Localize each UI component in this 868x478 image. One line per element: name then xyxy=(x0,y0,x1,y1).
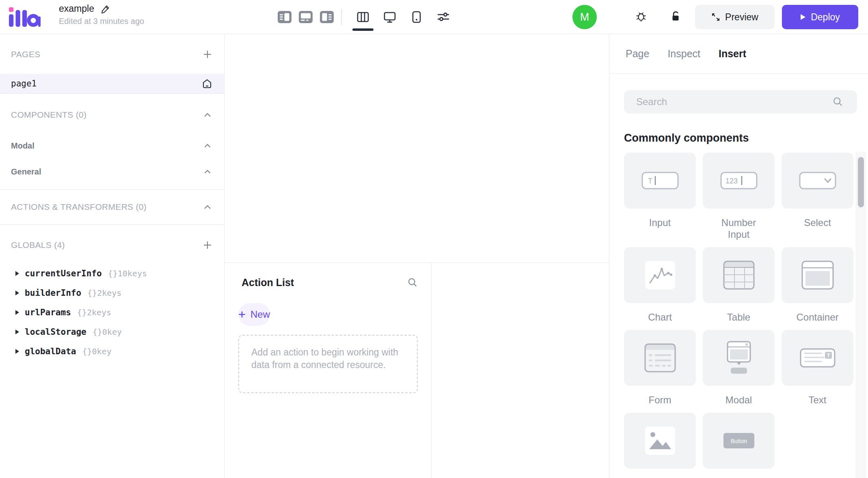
chevron-up-icon xyxy=(204,143,211,148)
commonly-components-heading: Commonly components xyxy=(624,132,853,144)
illa-logo[interactable] xyxy=(9,7,41,27)
tab-insert[interactable]: Insert xyxy=(719,48,746,60)
tablet-view-icon[interactable] xyxy=(410,11,423,24)
component-card-button[interactable]: Button xyxy=(703,413,775,477)
right-config-panel: Page Inspect Insert Commonly components … xyxy=(609,34,868,478)
collapse-group-button[interactable] xyxy=(203,167,212,176)
page-list-item-page1[interactable]: page1 xyxy=(0,74,224,93)
actions-header-label: ACTIONS & TRANSFORMERS (0) xyxy=(11,202,147,212)
actions-section-header[interactable]: ACTIONS & TRANSFORMERS (0) xyxy=(0,194,224,220)
expand-arrows-icon xyxy=(711,13,720,22)
component-card-modal[interactable]: Modal xyxy=(703,330,775,406)
component-card-number-input[interactable]: 123 Number Input xyxy=(703,153,775,240)
number-input-glyph-icon: 123 xyxy=(703,153,775,209)
components-section-header[interactable]: COMPONENTS (0) xyxy=(0,102,224,128)
action-detail-empty-area xyxy=(432,263,609,478)
component-label: Select xyxy=(804,217,831,228)
empty-action-hint-text: Add an action to begin working with data… xyxy=(251,346,410,371)
plus-icon xyxy=(203,50,212,59)
desktop-view-icon[interactable] xyxy=(383,11,396,24)
expand-triangle-icon xyxy=(15,329,19,334)
plus-icon xyxy=(203,241,212,250)
global-item-globalData[interactable]: globalData {}0key xyxy=(0,342,224,361)
group-label: General xyxy=(11,167,41,177)
action-list-title: Action List xyxy=(242,277,294,289)
component-card-table[interactable]: Table xyxy=(703,247,775,323)
components-header-label: COMPONENTS (0) xyxy=(11,110,86,120)
global-item-currentUserInfo[interactable]: currentUserInfo {}10keys xyxy=(0,264,224,283)
deploy-button[interactable]: Deploy xyxy=(782,5,858,29)
image-glyph-icon xyxy=(624,413,696,469)
form-glyph-icon xyxy=(624,330,696,386)
home-icon xyxy=(201,78,213,89)
component-label: Container xyxy=(796,311,838,323)
component-card-select[interactable]: Select xyxy=(782,153,853,240)
component-group-modal[interactable]: Modal xyxy=(0,136,224,155)
collapse-actions-button[interactable] xyxy=(203,202,212,211)
new-action-button[interactable]: New xyxy=(238,303,270,326)
right-panel-scrollbar-track[interactable] xyxy=(856,152,866,478)
user-avatar[interactable]: M xyxy=(572,5,597,29)
add-page-button[interactable] xyxy=(203,50,212,59)
component-search xyxy=(624,90,853,114)
pages-header-label: PAGES xyxy=(11,50,40,59)
collapse-components-button[interactable] xyxy=(203,110,212,119)
toggle-left-panel-icon[interactable] xyxy=(278,11,291,23)
container-glyph-icon xyxy=(782,247,853,303)
pages-section-header: PAGES xyxy=(0,41,224,67)
chart-glyph-icon xyxy=(624,247,696,303)
edited-status: Edited at 3 minutes ago xyxy=(59,17,144,26)
add-global-button[interactable] xyxy=(203,241,212,250)
canvas-settings-sliders-icon[interactable] xyxy=(437,11,450,24)
component-card-text[interactable]: T Text xyxy=(782,330,853,406)
preview-button[interactable]: Preview xyxy=(695,5,775,29)
edit-pencil-icon[interactable] xyxy=(101,4,110,14)
search-icon xyxy=(832,96,844,108)
modal-glyph-icon xyxy=(703,330,775,386)
component-label: Table xyxy=(727,311,750,323)
component-card-input[interactable]: T Input xyxy=(624,153,696,240)
preview-label: Preview xyxy=(725,12,758,23)
global-item-builderInfo[interactable]: builderInfo {}2keys xyxy=(0,283,224,303)
project-title-block: example Edited at 3 minutes ago xyxy=(59,3,144,26)
component-card-container[interactable]: Container xyxy=(782,247,853,323)
debug-bug-icon[interactable] xyxy=(635,10,647,24)
component-group-general[interactable]: General xyxy=(0,162,224,181)
tab-inspect[interactable]: Inspect xyxy=(667,48,700,60)
unlock-icon[interactable] xyxy=(670,10,682,24)
global-item-localStorage[interactable]: localStorage {}0key xyxy=(0,322,224,342)
action-search-icon[interactable] xyxy=(407,277,418,288)
editor-canvas[interactable] xyxy=(225,34,609,263)
expand-triangle-icon xyxy=(15,291,19,295)
illa-builder-app: example Edited at 3 minutes ago xyxy=(0,0,868,478)
svg-text:T: T xyxy=(827,352,830,358)
tab-page[interactable]: Page xyxy=(626,48,649,60)
global-item-urlParams[interactable]: urlParams {}2keys xyxy=(0,303,224,322)
toggle-right-panel-icon[interactable] xyxy=(320,11,334,23)
component-label: Chart xyxy=(648,311,672,323)
toolbar-divider xyxy=(341,9,342,25)
component-search-input[interactable] xyxy=(624,90,857,114)
toggle-bottom-panel-icon[interactable] xyxy=(299,11,313,23)
left-sidebar: PAGES page1 COMPONENTS (0) xyxy=(0,34,225,478)
component-card-chart[interactable]: Chart xyxy=(624,247,696,323)
component-label: Number Input xyxy=(714,217,764,240)
top-bar: example Edited at 3 minutes ago xyxy=(0,0,868,34)
component-grid: T Input 123 Number Input xyxy=(624,153,853,477)
svg-text:T: T xyxy=(648,177,652,185)
chevron-up-icon xyxy=(204,169,211,174)
globals-header-label: GLOBALS (4) xyxy=(11,240,65,250)
collapse-group-button[interactable] xyxy=(203,141,212,150)
component-label: Modal xyxy=(725,394,752,406)
sidebar-divider xyxy=(0,224,224,225)
canvas-columns-view-icon[interactable] xyxy=(356,11,369,24)
right-panel-scrollbar-thumb[interactable] xyxy=(858,157,864,207)
svg-text:Button: Button xyxy=(730,438,747,444)
select-glyph-icon xyxy=(782,153,853,209)
component-card-form[interactable]: Form xyxy=(624,330,696,406)
expand-triangle-icon xyxy=(15,349,19,354)
component-card-image[interactable] xyxy=(624,413,696,477)
expand-triangle-icon xyxy=(15,310,19,315)
sidebar-divider xyxy=(0,93,224,94)
deploy-label: Deploy xyxy=(811,12,840,23)
